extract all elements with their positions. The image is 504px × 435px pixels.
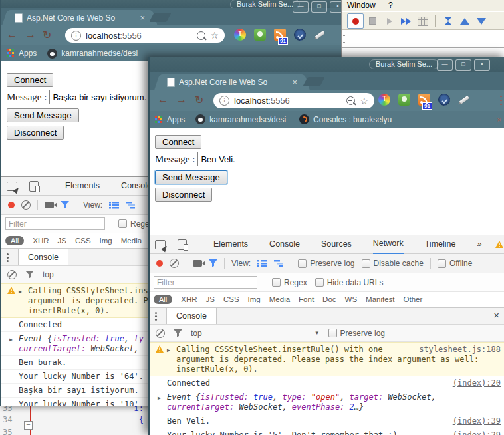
console-preserve-log-checkbox[interactable]: Preserve log: [328, 329, 385, 338]
zoom-out-icon[interactable]: [346, 96, 355, 105]
pill-doc[interactable]: Doc: [322, 295, 336, 303]
bookmark-star-icon[interactable]: ☆: [210, 31, 219, 40]
disable-cache-checkbox[interactable]: Disable cache: [362, 259, 424, 268]
overflow-menu-icon[interactable]: [155, 312, 157, 321]
bookmark-roadmap[interactable]: kamranahmedse/desi: [209, 115, 286, 124]
pill-all[interactable]: All: [154, 295, 172, 304]
device-toolbar-icon[interactable]: [178, 239, 187, 250]
record-network-icon[interactable]: [8, 202, 15, 208]
blue-extension-icon[interactable]: [294, 29, 306, 41]
source-link[interactable]: stylesheet.js:188: [419, 345, 501, 355]
pill-ws[interactable]: WS: [345, 295, 358, 303]
filter-funnel-icon[interactable]: [61, 201, 69, 209]
github-icon[interactable]: [195, 114, 205, 124]
expander-icon[interactable]: ▶: [167, 345, 170, 355]
tab-console[interactable]: Console: [269, 236, 300, 253]
view-list-icon[interactable]: [257, 259, 267, 267]
pill-img[interactable]: Img: [100, 237, 112, 245]
url-text[interactable]: localhost:5556: [86, 31, 142, 41]
github-icon[interactable]: [47, 49, 57, 59]
pill-xhr[interactable]: XHR: [33, 237, 49, 245]
reload-icon[interactable]: ↻: [43, 29, 51, 41]
connect-button[interactable]: Connect: [7, 73, 53, 87]
tab-network[interactable]: Network: [373, 235, 404, 254]
inspect-element-icon[interactable]: [7, 182, 17, 191]
green-extension-icon[interactable]: [398, 94, 410, 106]
back-icon[interactable]: ←: [158, 94, 168, 106]
offline-checkbox[interactable]: Offline: [438, 259, 472, 268]
pill-css[interactable]: CSS: [223, 295, 239, 303]
disconnect-button[interactable]: Disconnect: [155, 188, 212, 202]
filter-funnel-icon[interactable]: [209, 259, 217, 267]
clear-icon[interactable]: [170, 259, 179, 268]
bookmark-star-icon[interactable]: ☆: [360, 96, 368, 106]
tab-close-icon[interactable]: ×: [140, 13, 145, 22]
page-info-icon[interactable]: i: [71, 31, 81, 41]
execution-context[interactable]: top: [43, 270, 54, 279]
pill-manifest[interactable]: Manifest: [366, 295, 394, 303]
drawer-close-icon[interactable]: ×: [493, 311, 499, 320]
bookmark-apps[interactable]: Apps: [167, 115, 185, 124]
minimize-button[interactable]: —: [437, 59, 453, 71]
browser-tab[interactable]: Asp.Net Core ile Web So ×: [9, 10, 150, 25]
maximize-button[interactable]: □: [455, 59, 471, 71]
colorful-extension-icon[interactable]: [234, 29, 246, 41]
reload-icon[interactable]: ↻: [195, 94, 203, 106]
source-link[interactable]: (index):20: [453, 378, 501, 388]
apps-grid-icon[interactable]: [155, 116, 163, 124]
apps-grid-icon[interactable]: [7, 49, 15, 57]
new-tab-button[interactable]: [303, 77, 324, 86]
blue-extension-icon[interactable]: [438, 94, 450, 106]
record-network-icon[interactable]: [156, 260, 163, 267]
expander-icon[interactable]: ▶: [158, 393, 161, 403]
pill-xhr[interactable]: XHR: [181, 295, 197, 303]
menu-window[interactable]: Window: [347, 1, 376, 10]
pen-extension-icon[interactable]: [458, 94, 471, 106]
view-waterfall-icon[interactable]: [126, 201, 136, 209]
new-tab-button[interactable]: [149, 13, 171, 22]
message-input[interactable]: [197, 152, 382, 166]
source-link[interactable]: (index):39: [453, 416, 501, 426]
send-message-button[interactable]: Send Message: [7, 108, 79, 122]
clear-console-icon[interactable]: [156, 329, 165, 338]
green-extension-icon[interactable]: [254, 29, 266, 41]
forward-icon[interactable]: →: [25, 29, 36, 41]
tab-elements[interactable]: Elements: [213, 236, 248, 253]
minimize-button[interactable]: —: [293, 1, 309, 13]
pen-extension-icon[interactable]: [314, 29, 327, 41]
clear-console-icon[interactable]: [7, 270, 17, 279]
move-down-button[interactable]: [473, 14, 489, 28]
pill-img[interactable]: Img: [248, 295, 261, 303]
send-message-button[interactable]: Send Message: [155, 170, 227, 184]
pill-js[interactable]: JS: [206, 295, 215, 303]
url-text[interactable]: localhost:5556: [234, 96, 290, 106]
preserve-log-checkbox[interactable]: Preserve log: [298, 259, 354, 268]
regex-checkbox[interactable]: Regex: [272, 278, 307, 287]
pill-other[interactable]: Other: [404, 295, 423, 303]
forward-icon[interactable]: →: [176, 94, 187, 106]
disconnect-button[interactable]: Disconnect: [7, 126, 64, 140]
message-input[interactable]: [49, 90, 149, 104]
bookmark-roadmap[interactable]: kamranahmedse/desi: [61, 49, 138, 58]
more-tabs-icon[interactable]: »: [477, 236, 481, 253]
zoom-out-icon[interactable]: [197, 31, 205, 40]
tab-sources[interactable]: Sources: [321, 236, 352, 253]
colorful-extension-icon[interactable]: [378, 94, 390, 106]
collapse-button[interactable]: [440, 14, 455, 28]
move-up-button[interactable]: [457, 14, 472, 28]
clear-icon[interactable]: [21, 200, 31, 210]
device-toolbar-icon[interactable]: [29, 181, 39, 192]
pane-grip[interactable]: [343, 34, 345, 45]
tab-timeline[interactable]: Timeline: [425, 236, 456, 253]
maximize-button[interactable]: □: [311, 1, 327, 13]
address-bar[interactable]: i localhost:5556 ☆: [213, 93, 374, 108]
connect-button[interactable]: Connect: [155, 135, 201, 149]
rss-extension-icon[interactable]: 91: [418, 94, 430, 106]
titlebar[interactable]: Burak Selim Se... — □ ×: [150, 57, 504, 72]
source-link[interactable]: (index):29: [453, 430, 501, 435]
pill-css[interactable]: CSS: [75, 237, 91, 245]
stop-button[interactable]: [365, 14, 380, 28]
pill-media[interactable]: Media: [121, 237, 142, 245]
hide-data-urls-checkbox[interactable]: Hide data URLs: [315, 278, 384, 287]
titlebar[interactable]: Burak Selim Se...: [1, 0, 342, 8]
